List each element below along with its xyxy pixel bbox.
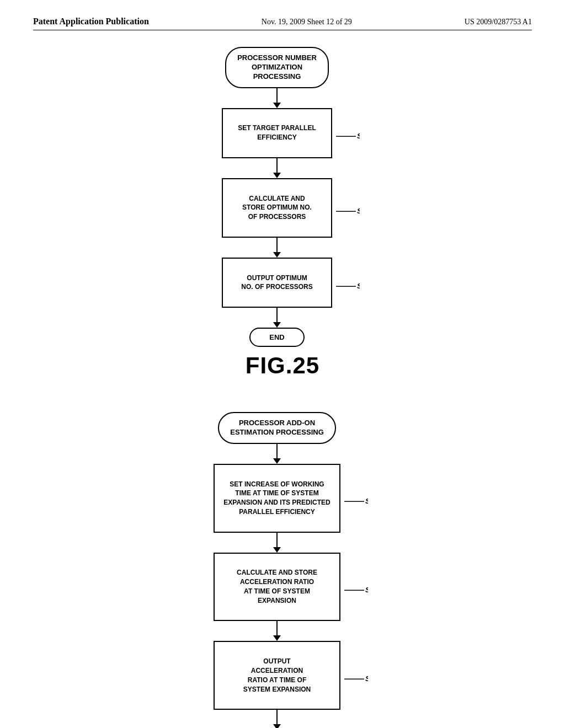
fig27-flowchart-wrapper: PROCESSOR ADD-ON ESTIMATION PROCESSING S… — [167, 412, 398, 728]
fig27-step-s41: SET INCREASE OF WORKING TIME AT TIME OF … — [214, 464, 340, 533]
fig25-arrow-4 — [273, 308, 281, 328]
fig27-step-s43-label: S43 — [343, 575, 368, 598]
fig25-section: PROCESSOR NUMBER OPTIMIZATION PROCESSING… — [33, 47, 532, 395]
fig25-arrow-1 — [273, 88, 281, 108]
fig25-label: FIG.25 — [246, 352, 319, 379]
fig27-arrow-1 — [273, 444, 281, 464]
fig27-arrow-2 — [273, 533, 281, 553]
header-date-sheet: Nov. 19, 2009 Sheet 12 of 29 — [262, 18, 352, 26]
fig27-start-node: PROCESSOR ADD-ON ESTIMATION PROCESSING — [218, 412, 336, 444]
fig25-step-s15: OUTPUT OPTIMUM NO. OF PROCESSORS S15 — [222, 258, 332, 308]
fig27-step-s45-label: S45 — [343, 663, 368, 687]
fig25-end-node: END — [249, 328, 305, 347]
fig25-step-s11-label: S11 — [335, 121, 360, 145]
header-patent-number: US 2009/0287753 A1 — [465, 18, 532, 26]
fig27-step-s41-label: S41 — [343, 486, 368, 510]
svg-text:S11: S11 — [357, 132, 360, 141]
fig25-step-s11: SET TARGET PARALLEL EFFICIENCY S11 — [222, 108, 332, 158]
fig25-flowchart: PROCESSOR NUMBER OPTIMIZATION PROCESSING… — [167, 47, 387, 347]
fig25-step-s13: CALCULATE AND STORE OPTIMUM NO. OF PROCE… — [222, 178, 332, 238]
fig27-step-s45: OUTPUT ACCELERATION RATIO AT TIME OF SYS… — [214, 641, 340, 710]
fig25-start-node: PROCESSOR NUMBER OPTIMIZATION PROCESSING — [225, 47, 329, 88]
fig27-arrow-3 — [273, 621, 281, 641]
fig25-flowchart-wrapper: PROCESSOR NUMBER OPTIMIZATION PROCESSING… — [167, 47, 398, 347]
svg-text:S45: S45 — [365, 675, 368, 683]
svg-text:S41: S41 — [365, 497, 368, 506]
fig25-step-s13-label: S13 — [335, 196, 360, 220]
svg-text:S15: S15 — [357, 282, 360, 290]
fig25-arrow-3 — [273, 238, 281, 258]
fig27-section: PROCESSOR ADD-ON ESTIMATION PROCESSING S… — [33, 412, 532, 728]
page: Patent Application Publication Nov. 19, … — [0, 0, 565, 728]
fig27-step-s43: CALCULATE AND STORE ACCELERATION RATIO A… — [214, 553, 340, 622]
fig27-flowchart: PROCESSOR ADD-ON ESTIMATION PROCESSING S… — [167, 412, 387, 728]
fig25-step-s15-label: S15 — [335, 271, 360, 295]
header-publication-label: Patent Application Publication — [33, 17, 149, 26]
svg-text:S13: S13 — [357, 207, 360, 215]
fig25-arrow-2 — [273, 158, 281, 178]
fig27-arrow-4 — [273, 710, 281, 728]
svg-text:S43: S43 — [365, 586, 368, 594]
page-header: Patent Application Publication Nov. 19, … — [33, 17, 532, 30]
